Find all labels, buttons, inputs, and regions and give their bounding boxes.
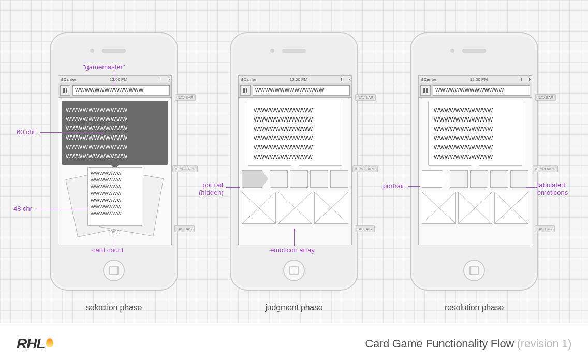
- screen: ııl Carrier 12:00 PM WWWWWWWWWWWWWW WWWW…: [238, 75, 352, 245]
- guide-keyboard: KEYBOARD: [172, 165, 198, 172]
- phone-frame: ııl Carrier 12:00 PM WWWWWWWWWWWWWW WWWW…: [50, 32, 178, 291]
- phone-resolution: ııl Carrier 12:00 PM WWWWWWWWWWWWWW WWWW…: [410, 32, 538, 312]
- signal-icon: ııl Carrier: [61, 77, 76, 82]
- pause-button[interactable]: [240, 85, 251, 96]
- flame-icon: [46, 338, 53, 347]
- caption-selection: selection phase: [50, 303, 178, 312]
- tab-slot[interactable]: [470, 170, 488, 188]
- status-bar: ııl Carrier 12:00 PM: [419, 76, 532, 83]
- sensor-dot: [450, 49, 454, 53]
- battery-icon: [161, 78, 169, 81]
- tab-slot[interactable]: [330, 170, 348, 188]
- emoticon-array: [242, 192, 348, 224]
- tab-slot[interactable]: [490, 170, 508, 188]
- earpiece: [102, 49, 126, 53]
- screen: ııl Carrier 12:00 PM WWWWWWWWWWWWWW WWWW…: [58, 75, 172, 245]
- card-stack: WWWWWWWWWWWWWWWWWWWWW WWWWWWWWWWWWWWWWWW…: [62, 167, 168, 233]
- sensor-dot: [90, 49, 94, 53]
- battery-icon: [341, 78, 349, 81]
- gamemaster-field: WWWWWWWWWWWWWW: [72, 85, 170, 96]
- phone-selection: ııl Carrier 12:00 PM WWWWWWWWWWWWWW WWWW…: [50, 32, 178, 312]
- guide-tabbar: TAB BAR: [174, 225, 195, 232]
- emoticon-array: [422, 192, 528, 224]
- anno-tab-emoticons: tabulated emoticons: [537, 181, 568, 196]
- portrait-hidden[interactable]: [242, 170, 268, 188]
- home-button[interactable]: [463, 260, 485, 281]
- signal-icon: ııl Carrier: [421, 77, 436, 82]
- guide-navbar: NAV BAR: [355, 94, 376, 101]
- phone-judgment: ııl Carrier 12:00 PM WWWWWWWWWWWWWW WWWW…: [230, 32, 358, 312]
- gamemaster-field: WWWWWWWWWWWWWW: [253, 85, 350, 96]
- tab-slot[interactable]: [310, 170, 328, 188]
- emoticon-slot[interactable]: [494, 192, 528, 224]
- battery-icon: [521, 78, 530, 81]
- nav-bar: WWWWWWWWWWWWWW: [58, 83, 171, 98]
- question-tooltip: WWWWWWWWWWWWWWWWWWWWWWWWWWWWWWWWW WWWWWW…: [428, 101, 522, 166]
- page-title: Card Game Functionality Flow (revision 1…: [365, 337, 571, 351]
- question-tooltip: WWWWWWWWWWWWWWWWWWWWWWWWWWWWWWWWW WWWWWW…: [248, 101, 342, 166]
- earpiece: [462, 49, 486, 53]
- status-bar: ııl Carrier 12:00 PM: [58, 76, 171, 83]
- anno-portrait: portrait: [383, 182, 404, 190]
- tab-slot[interactable]: [450, 170, 468, 188]
- tab-slot[interactable]: [510, 170, 528, 188]
- guide-keyboard: KEYBOARD: [352, 165, 378, 172]
- anno-portrait-hidden: portrait (hidden): [199, 181, 224, 196]
- emoticon-slot[interactable]: [422, 192, 456, 224]
- question-tooltip-60chr: WWWWWWWWWWWWWWWWWWWWWWWWWWWWWWWWW WWWWWW…: [62, 101, 168, 165]
- caption-judgment: judgment phase: [230, 303, 358, 312]
- nav-bar: WWWWWWWWWWWWWW: [239, 83, 351, 98]
- signal-icon: ııl Carrier: [241, 77, 256, 82]
- clock: 12:00 PM: [470, 77, 488, 82]
- home-button[interactable]: [283, 260, 305, 281]
- sensor-dot: [270, 49, 274, 53]
- guide-tabbar: TAB BAR: [535, 225, 555, 232]
- phone-frame: ııl Carrier 12:00 PM WWWWWWWWWWWWWW WWWW…: [230, 32, 358, 291]
- wireframe-canvas: ııl Carrier 12:00 PM WWWWWWWWWWWWWW WWWW…: [0, 0, 588, 323]
- gamemaster-field: WWWWWWWWWWWWWW: [433, 85, 530, 96]
- screen: ııl Carrier 12:00 PM WWWWWWWWWWWWWW WWWW…: [418, 75, 532, 245]
- guide-tabbar: TAB BAR: [355, 225, 375, 232]
- guide-keyboard: KEYBOARD: [533, 165, 558, 172]
- pause-button[interactable]: [60, 85, 70, 96]
- emoticon-slot[interactable]: [458, 192, 492, 224]
- clock: 12:00 PM: [290, 77, 307, 82]
- card-front-48chr[interactable]: WWWWWWWWWWWWWWWWWWWWW WWWWWWWWWWWWWWWWWW…: [87, 167, 142, 226]
- emoticon-slot[interactable]: [242, 192, 276, 224]
- emoticon-slot[interactable]: [278, 192, 312, 224]
- tab-slot[interactable]: [270, 170, 288, 188]
- clock: 12:00 PM: [110, 77, 127, 82]
- phone-frame: ııl Carrier 12:00 PM WWWWWWWWWWWWWW WWWW…: [410, 32, 538, 291]
- portrait-row: [242, 170, 348, 188]
- emoticon-slot[interactable]: [314, 192, 348, 224]
- tab-slot[interactable]: [290, 170, 308, 188]
- earpiece: [282, 49, 306, 53]
- footer-bar: RHL Card Game Functionality Flow (revisi…: [0, 323, 588, 364]
- pause-button[interactable]: [420, 85, 431, 96]
- anno-60chr: 60 chr: [17, 128, 35, 136]
- portrait-row: [422, 170, 528, 188]
- logo: RHL: [17, 336, 53, 352]
- nav-bar: WWWWWWWWWWWWWW: [419, 83, 532, 98]
- caption-resolution: resolution phase: [410, 303, 538, 312]
- status-bar: ııl Carrier 12:00 PM: [239, 76, 351, 83]
- guide-navbar: NAV BAR: [535, 94, 556, 101]
- portrait-shown[interactable]: [422, 170, 448, 188]
- home-button[interactable]: [103, 260, 125, 281]
- anno-48chr: 48 chr: [13, 205, 32, 213]
- guide-navbar: NAV BAR: [175, 94, 196, 101]
- card-counter: 9/99: [62, 229, 168, 234]
